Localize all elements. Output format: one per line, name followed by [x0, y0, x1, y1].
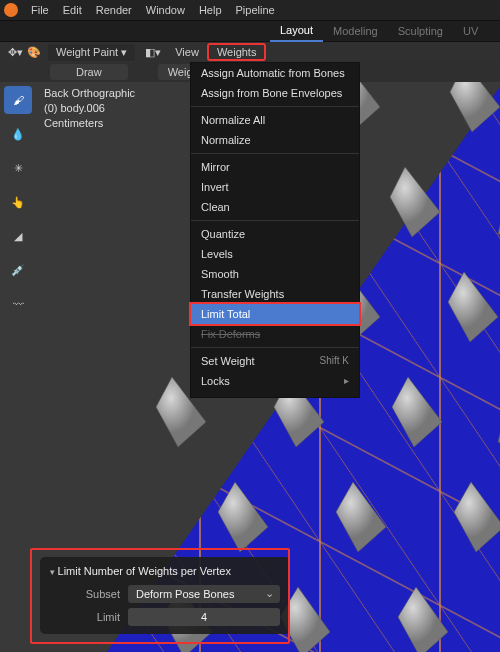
editor-type-icon[interactable]: ✥▾: [8, 46, 23, 59]
weights-menu-dropdown: Assign Automatic from Bones Assign from …: [190, 62, 360, 398]
menu-assign-automatic[interactable]: Assign Automatic from Bones: [191, 63, 359, 83]
menu-clean[interactable]: Clean: [191, 197, 359, 217]
viewport-overlay-text: Back Orthographic (0) body.006 Centimete…: [44, 86, 135, 131]
tab-layout[interactable]: Layout: [270, 20, 323, 42]
menu-separator: [191, 106, 359, 107]
menu-window[interactable]: Window: [139, 4, 192, 16]
menu-separator: [191, 347, 359, 348]
submenu-arrow-icon: ▸: [344, 375, 349, 386]
tab-uv-editing[interactable]: UV Editing: [453, 21, 500, 41]
menu-fix-deforms[interactable]: Fix Deforms: [191, 324, 359, 344]
unit-label: Centimeters: [44, 116, 135, 131]
brush-dropdown[interactable]: Draw: [50, 64, 128, 80]
menu-pipeline[interactable]: Pipeline: [229, 4, 282, 16]
menu-levels[interactable]: Levels: [191, 244, 359, 264]
top-menu-bar: File Edit Render Window Help Pipeline: [0, 0, 500, 21]
tool-annotate[interactable]: 〰: [4, 290, 32, 318]
menu-transfer-weights[interactable]: Transfer Weights: [191, 284, 359, 304]
toolbar-left: 🖌 💧 ✳ 👆 ◢ 💉 〰: [4, 82, 34, 318]
tool-smear[interactable]: 👆: [4, 188, 32, 216]
tool-blur[interactable]: 💧: [4, 120, 32, 148]
tool-brush[interactable]: 🖌: [4, 86, 32, 114]
menu-mirror[interactable]: Mirror: [191, 157, 359, 177]
menu-file[interactable]: File: [24, 4, 56, 16]
menu-help[interactable]: Help: [192, 4, 229, 16]
menu-limit-total[interactable]: Limit Total: [191, 304, 359, 324]
header-menu-weights[interactable]: Weights: [207, 43, 267, 61]
tab-modeling[interactable]: Modeling: [323, 21, 388, 41]
tool-average[interactable]: ✳: [4, 154, 32, 182]
menu-normalize[interactable]: Normalize: [191, 130, 359, 150]
menu-quantize[interactable]: Quantize: [191, 224, 359, 244]
mode-dropdown[interactable]: Weight Paint ▾: [48, 44, 135, 61]
menu-set-weight[interactable]: Set WeightShift K: [191, 351, 359, 371]
view-orientation: Back Orthographic: [44, 86, 135, 101]
workspace-tabs: Layout Modeling Sculpting UV Editing Tex…: [0, 21, 500, 42]
menu-smooth[interactable]: Smooth: [191, 264, 359, 284]
menu-normalize-all[interactable]: Normalize All: [191, 110, 359, 130]
menu-render[interactable]: Render: [89, 4, 139, 16]
tab-sculpting[interactable]: Sculpting: [388, 21, 453, 41]
menu-locks[interactable]: Locks▸: [191, 371, 359, 391]
blender-logo-icon: [4, 3, 18, 17]
mode-icon: 🎨: [27, 46, 41, 59]
menu-assign-envelopes[interactable]: Assign from Bone Envelopes: [191, 83, 359, 103]
annotation-operator-box: [30, 548, 290, 644]
menu-separator: [191, 153, 359, 154]
header-menu-view[interactable]: View: [167, 46, 207, 58]
menu-invert[interactable]: Invert: [191, 177, 359, 197]
tool-sample[interactable]: 💉: [4, 256, 32, 284]
display-toggle-icon[interactable]: ◧▾: [145, 46, 161, 59]
menu-separator: [191, 220, 359, 221]
tool-gradient[interactable]: ◢: [4, 222, 32, 250]
editor-header: ✥▾ 🎨 Weight Paint ▾ ◧▾ View Weights: [0, 42, 500, 62]
menu-edit[interactable]: Edit: [56, 4, 89, 16]
shortcut-label: Shift K: [320, 355, 349, 366]
object-name: (0) body.006: [44, 101, 135, 116]
